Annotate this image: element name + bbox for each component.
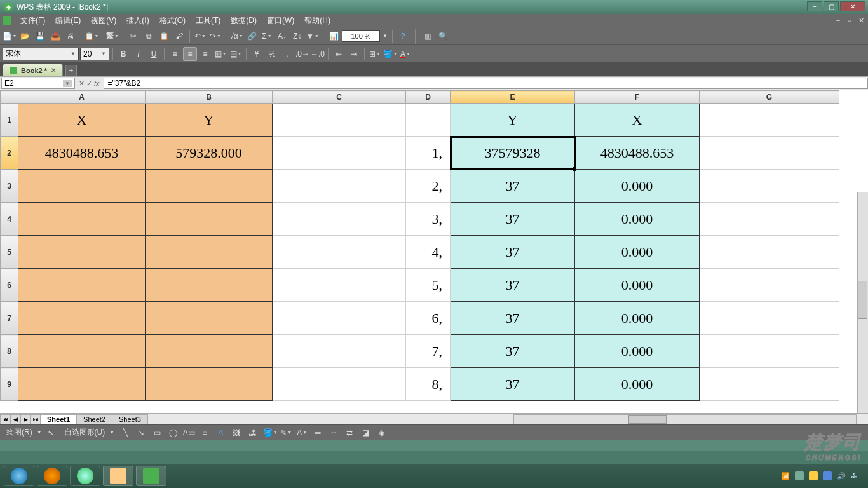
cell-C1[interactable] bbox=[273, 104, 406, 137]
sort-desc-button[interactable]: Z↓ bbox=[290, 29, 304, 43]
row-header-8[interactable]: 8 bbox=[1, 335, 18, 368]
merge-button[interactable]: ▦▼ bbox=[214, 47, 227, 61]
cell-F9[interactable]: 0.000 bbox=[575, 368, 700, 401]
borders-button[interactable]: ⊞▼ bbox=[368, 47, 382, 61]
close-button[interactable]: ✕ bbox=[840, 1, 865, 11]
column-header-G[interactable]: G bbox=[700, 91, 839, 104]
align-right-button[interactable]: ≡ bbox=[198, 47, 212, 61]
zoom-input[interactable]: 100 % bbox=[342, 30, 380, 42]
increase-indent-button[interactable]: ⇥ bbox=[347, 47, 361, 61]
row-header-7[interactable]: 7 bbox=[1, 302, 18, 335]
column-header-corner[interactable] bbox=[1, 91, 18, 104]
select-objects-icon[interactable]: ↖ bbox=[44, 426, 58, 440]
font-color-shape-icon[interactable]: A▼ bbox=[295, 426, 309, 440]
research-button[interactable]: 🔍 bbox=[436, 29, 450, 43]
print-button[interactable]: 🖨 bbox=[64, 29, 78, 43]
menu-file[interactable]: 文件(F) bbox=[15, 15, 50, 26]
increase-decimal-button[interactable]: .0→ bbox=[295, 47, 309, 61]
cell-A1[interactable]: X bbox=[18, 104, 146, 137]
vertical-scrollbar[interactable] bbox=[857, 192, 868, 413]
align-left-button[interactable]: ≡ bbox=[168, 47, 182, 61]
cell-F5[interactable]: 0.000 bbox=[575, 236, 700, 269]
cell-D9[interactable]: 8, bbox=[406, 368, 451, 401]
row-header-1[interactable]: 1 bbox=[1, 104, 18, 137]
row-header-3[interactable]: 3 bbox=[1, 170, 18, 203]
arrow-style-icon[interactable]: ⇄ bbox=[342, 426, 356, 440]
cell-D6[interactable]: 5, bbox=[406, 269, 451, 302]
first-sheet-button[interactable]: ⏮ bbox=[0, 414, 10, 424]
cell-A3[interactable] bbox=[18, 170, 146, 203]
minimize-button[interactable]: − bbox=[807, 1, 822, 11]
menu-tools[interactable]: 工具(T) bbox=[191, 15, 226, 26]
volume-icon[interactable]: 🔊 bbox=[837, 472, 846, 480]
fill-color-button[interactable]: 🪣▼ bbox=[383, 47, 397, 61]
cell-E8[interactable]: 37 bbox=[451, 335, 575, 368]
clipart-icon[interactable]: 🖼 bbox=[229, 426, 243, 440]
rect-icon[interactable]: ▭ bbox=[150, 426, 164, 440]
cell-F2[interactable]: 4830488.653 bbox=[575, 137, 700, 170]
sheet-tab-2[interactable]: Sheet2 bbox=[76, 414, 112, 424]
wifi-icon[interactable]: 📶 bbox=[781, 472, 790, 480]
add-tab-button[interactable]: + bbox=[65, 65, 77, 76]
cell-C3[interactable] bbox=[273, 170, 406, 203]
open-button[interactable]: 📂 bbox=[18, 29, 32, 43]
cell-G6[interactable] bbox=[700, 269, 839, 302]
bold-button[interactable]: B bbox=[116, 47, 130, 61]
chart-button[interactable]: 📊 bbox=[327, 29, 341, 43]
cell-C4[interactable] bbox=[273, 203, 406, 236]
row-header-6[interactable]: 6 bbox=[1, 269, 18, 302]
currency-button[interactable]: ¥ bbox=[250, 47, 264, 61]
cell-F4[interactable]: 0.000 bbox=[575, 203, 700, 236]
hscroll-thumb[interactable] bbox=[628, 415, 667, 424]
prev-sheet-button[interactable]: ◀ bbox=[10, 414, 20, 424]
wrap-button[interactable]: ▤▼ bbox=[229, 47, 243, 61]
task-browser[interactable] bbox=[70, 466, 100, 486]
namebox-drop-icon[interactable]: ▼ bbox=[63, 80, 72, 87]
cell-A9[interactable] bbox=[18, 368, 146, 401]
cell-G4[interactable] bbox=[700, 203, 839, 236]
mdi-close-icon[interactable]: ✕ bbox=[857, 16, 865, 25]
spreadsheet-grid[interactable]: ABCDEFG1XYYX24830488.653579328.0001,3757… bbox=[0, 90, 839, 401]
cell-D8[interactable]: 7, bbox=[406, 335, 451, 368]
column-header-F[interactable]: F bbox=[575, 91, 700, 104]
textbox-icon[interactable]: A▭ bbox=[182, 426, 196, 440]
paste-button[interactable]: 📋 bbox=[157, 29, 171, 43]
task-pane-button[interactable]: ▥ bbox=[421, 29, 435, 43]
trad-simp-button[interactable]: 繁▼ bbox=[105, 29, 119, 43]
cell-A8[interactable] bbox=[18, 335, 146, 368]
menu-data[interactable]: 数据(D) bbox=[226, 15, 262, 26]
cell-G3[interactable] bbox=[700, 170, 839, 203]
fill-shape-icon[interactable]: 🪣▼ bbox=[263, 426, 277, 440]
mdi-minimize-icon[interactable]: − bbox=[834, 16, 843, 25]
cell-A7[interactable] bbox=[18, 302, 146, 335]
line-color-icon[interactable]: ✎▼ bbox=[279, 426, 293, 440]
cell-C8[interactable] bbox=[273, 335, 406, 368]
dash-style-icon[interactable]: ┄ bbox=[327, 426, 341, 440]
redo-button[interactable]: ↷▼ bbox=[208, 29, 222, 43]
accept-formula-icon[interactable]: ✓ bbox=[86, 79, 92, 88]
fx-icon[interactable]: fx bbox=[94, 79, 100, 87]
font-name-combo[interactable]: 宋体▼ bbox=[3, 48, 79, 60]
italic-button[interactable]: I bbox=[132, 47, 146, 61]
sheet-tab-3[interactable]: Sheet3 bbox=[112, 414, 148, 424]
cell-G2[interactable] bbox=[700, 137, 839, 170]
cell-B2[interactable]: 579328.000 bbox=[146, 137, 273, 170]
new-button[interactable]: 📄▼ bbox=[3, 29, 17, 43]
cell-D7[interactable]: 6, bbox=[406, 302, 451, 335]
tray-icon-3[interactable] bbox=[823, 471, 832, 480]
row-header-5[interactable]: 5 bbox=[1, 236, 18, 269]
format-painter-button[interactable]: 🖌 bbox=[172, 29, 186, 43]
sort-asc-button[interactable]: A↓ bbox=[275, 29, 289, 43]
row-header-4[interactable]: 4 bbox=[1, 203, 18, 236]
column-header-D[interactable]: D bbox=[406, 91, 451, 104]
font-size-combo[interactable]: 20▼ bbox=[80, 48, 109, 60]
network-icon[interactable]: 🖧 bbox=[851, 472, 858, 480]
help-button[interactable]: ? bbox=[396, 29, 410, 43]
tray-icon-2[interactable] bbox=[809, 471, 818, 480]
cell-F8[interactable]: 0.000 bbox=[575, 335, 700, 368]
cell-B9[interactable] bbox=[146, 368, 273, 401]
task-wps[interactable] bbox=[136, 466, 166, 486]
formula-input[interactable]: ="37"&B2 bbox=[104, 78, 868, 89]
font-color-button[interactable]: A▼ bbox=[398, 47, 412, 61]
cell-E5[interactable]: 37 bbox=[451, 236, 575, 269]
